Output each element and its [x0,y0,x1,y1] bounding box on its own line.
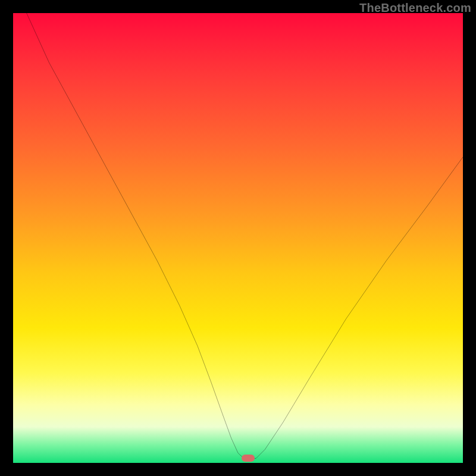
optimal-marker [242,455,255,462]
plot-area [13,13,463,463]
watermark-text: TheBottleneck.com [359,1,471,15]
chart-frame: TheBottleneck.com [0,0,476,476]
bottleneck-curve [13,13,463,463]
